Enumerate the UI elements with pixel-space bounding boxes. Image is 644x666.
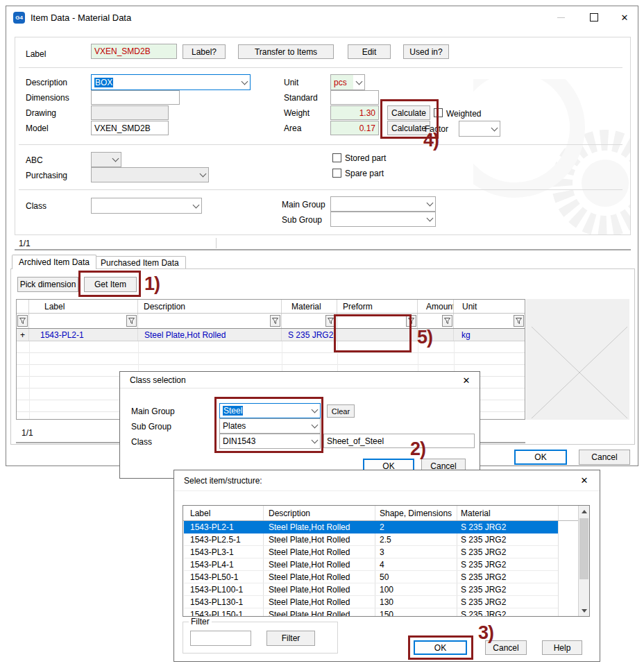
stored-part-checkbox[interactable]: [332, 153, 341, 162]
close-button[interactable]: ✕: [577, 473, 592, 487]
area-field[interactable]: 0.17: [330, 121, 379, 135]
used-in-button[interactable]: Used in?: [403, 44, 449, 59]
label-caption: Label: [26, 49, 46, 59]
unit-combo[interactable]: pcs: [330, 74, 365, 90]
scroll-up-button[interactable]: [579, 506, 589, 517]
column-header-label[interactable]: Label: [29, 300, 138, 313]
row-material-cell[interactable]: S 235 JRG2: [282, 329, 337, 341]
list-item[interactable]: 1543-PL150-1 Steel Plate,Hot Rolled 150 …: [184, 608, 558, 617]
chevron-down-icon[interactable]: [197, 168, 208, 182]
unit-caption: Unit: [284, 78, 298, 87]
row-unit-cell[interactable]: kg: [454, 329, 525, 341]
edit-button[interactable]: Edit: [348, 44, 391, 59]
separator: [19, 67, 622, 68]
main-group-combo[interactable]: [330, 196, 436, 212]
scroll-thumb[interactable]: [579, 518, 588, 579]
dialog-title-bar[interactable]: Class selection ✕: [120, 372, 480, 388]
help-button[interactable]: Help: [542, 640, 582, 655]
funnel-filter-button[interactable]: [17, 315, 28, 327]
list-item[interactable]: 1543-PL3-1 Steel Plate,Hot Rolled 3 S 23…: [184, 546, 558, 558]
label-field[interactable]: VXEN_SMD2B: [91, 44, 177, 59]
unit-value: pcs: [331, 75, 353, 89]
list-item[interactable]: 1543-PL100-1 Steel Plate,Hot Rolled 100 …: [184, 583, 558, 596]
chevron-down-icon[interactable]: [239, 75, 250, 89]
annotation-step-1: 1): [144, 273, 160, 295]
close-icon: ✕: [581, 475, 588, 486]
funnel-filter-button[interactable]: [126, 315, 137, 327]
list-item[interactable]: 1543-PL2-1 Steel Plate,Hot Rolled 2 S 23…: [184, 521, 558, 533]
column-header-expand[interactable]: [17, 300, 29, 313]
column-header-label[interactable]: Label: [190, 509, 210, 518]
stored-part-caption: Stored part: [345, 153, 386, 163]
transfer-to-items-button[interactable]: Transfer to Items: [238, 44, 334, 59]
standard-field[interactable]: [330, 90, 379, 105]
clear-button[interactable]: Clear: [327, 404, 355, 418]
chevron-down-icon[interactable]: [424, 197, 435, 211]
separator: [19, 144, 622, 145]
list-item[interactable]: 1543-PL50-1 Steel Plate,Hot Rolled 50 S …: [184, 571, 558, 583]
title-bar[interactable]: G4 Item Data - Material Data: [6, 6, 638, 28]
row-expand-cell[interactable]: +: [17, 329, 29, 341]
factor-combo[interactable]: [459, 121, 500, 137]
funnel-icon: [272, 318, 278, 324]
annotation-step-2: 2): [410, 438, 425, 460]
pick-dimension-button[interactable]: Pick dimension: [17, 277, 78, 292]
chevron-down-icon[interactable]: [190, 198, 201, 213]
class-combo[interactable]: [91, 198, 202, 214]
list-item[interactable]: 1543-PL4-1 Steel Plate,Hot Rolled 4 S 23…: [184, 558, 558, 571]
description-value: BOX: [94, 78, 113, 87]
abc-combo[interactable]: [91, 152, 121, 167]
list-item[interactable]: 1543-PL130-1 Steel Plate,Hot Rolled 130 …: [184, 596, 558, 608]
close-button[interactable]: ✕: [459, 373, 474, 387]
spare-part-checkbox[interactable]: [332, 169, 341, 178]
funnel-filter-button[interactable]: [270, 315, 280, 327]
description-combo[interactable]: BOX: [91, 74, 251, 90]
cancel-button[interactable]: Cancel: [579, 450, 630, 465]
annotation-box-step-5: [334, 314, 412, 352]
row-description-cell[interactable]: Steel Plate,Hot Rolled: [138, 329, 282, 341]
ok-button[interactable]: OK: [514, 450, 567, 465]
close-button[interactable]: ✕: [614, 6, 635, 28]
weight-caption: Weight: [284, 108, 310, 118]
column-header-material[interactable]: Material: [461, 509, 491, 518]
tab-archived-item-data[interactable]: Archived Item Data: [12, 255, 96, 269]
model-field[interactable]: VXEN_SMD2B: [91, 121, 169, 135]
scroll-down-button[interactable]: [579, 605, 589, 616]
chevron-down-icon[interactable]: [489, 121, 500, 136]
column-header-material[interactable]: Material: [282, 300, 337, 313]
drawing-caption: Drawing: [26, 108, 56, 118]
vertical-scrollbar[interactable]: [578, 506, 589, 616]
chevron-down-icon[interactable]: [353, 75, 364, 89]
sub-group-caption: Sub Group: [282, 215, 322, 225]
column-header-amount[interactable]: Amount: [418, 300, 454, 313]
class-name-field[interactable]: Sheet_of_Steel: [323, 434, 475, 448]
chevron-down-icon[interactable]: [424, 212, 435, 226]
row-label-cell[interactable]: 1543-PL2-1: [29, 329, 138, 341]
funnel-icon: [128, 318, 135, 324]
sub-group-combo[interactable]: [330, 212, 436, 227]
label-help-button[interactable]: Label?: [183, 44, 226, 59]
funnel-filter-button[interactable]: [442, 315, 452, 327]
filter-button[interactable]: Filter: [266, 631, 315, 646]
table-row[interactable]: + 1543-PL2-1 Steel Plate,Hot Rolled S 23…: [17, 329, 525, 341]
chevron-down-icon[interactable]: [110, 153, 121, 166]
maximize-button[interactable]: [584, 6, 604, 28]
column-header-shape-dimensions[interactable]: Shape, Dimensions: [380, 509, 452, 518]
list-item[interactable]: 1543-PL2.5-1 Steel Plate,Hot Rolled 2.5 …: [184, 533, 558, 546]
dimensions-field[interactable]: [91, 90, 180, 105]
minimize-button[interactable]: [550, 6, 571, 28]
filter-input[interactable]: [190, 631, 251, 646]
weighted-caption: Weighted: [446, 109, 481, 119]
column-header-unit[interactable]: Unit: [454, 300, 525, 313]
tab-purchased-item-data[interactable]: Purchased Item Data: [94, 256, 186, 269]
select-item-dialog: Select item/structure: ✕ Label Descripti…: [173, 470, 600, 662]
column-header-description[interactable]: Description: [269, 509, 310, 518]
dimensions-caption: Dimensions: [26, 93, 69, 103]
funnel-filter-button[interactable]: [514, 315, 524, 327]
column-header-preform[interactable]: Preform: [337, 300, 418, 313]
dialog-title-bar[interactable]: Select item/structure: ✕: [174, 470, 600, 491]
column-header-description[interactable]: Description: [138, 300, 282, 313]
weight-field[interactable]: 1.30: [330, 105, 379, 120]
purchasing-combo[interactable]: [91, 167, 209, 182]
close-icon: ✕: [621, 12, 629, 23]
